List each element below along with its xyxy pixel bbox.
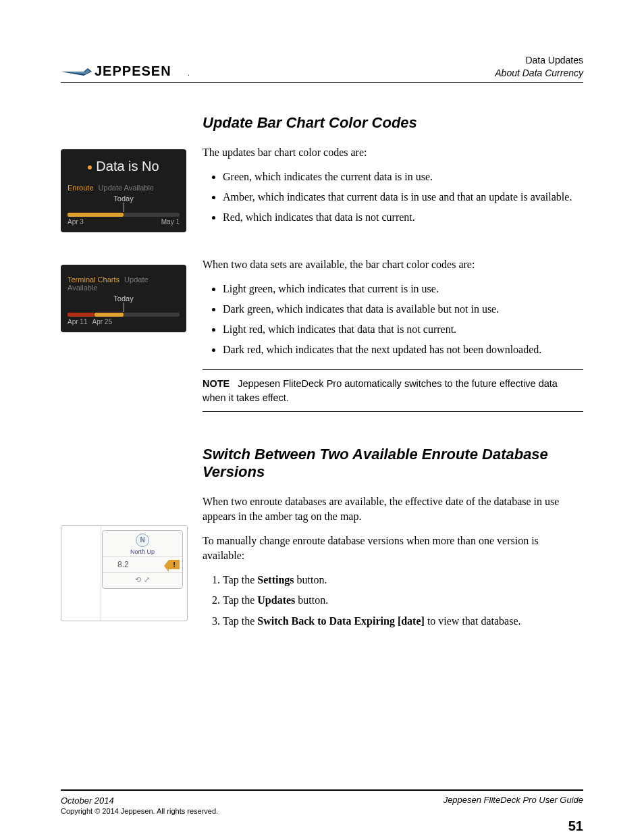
- section1-intro2: When two data sets are available, the ba…: [203, 257, 583, 272]
- section1-intro: The updates bar chart color codes are:: [203, 145, 583, 160]
- widget1-title: Data is No: [96, 159, 159, 174]
- widget2-date-left: Apr 11: [68, 318, 87, 325]
- brand-text: JEPPESEN: [95, 63, 171, 78]
- list-item: Dark green, which indicates that data is…: [223, 302, 583, 317]
- section2-title: Switch Between Two Available Enroute Dat…: [203, 446, 583, 481]
- note-label: NOTE: [203, 378, 230, 389]
- widget2-date-mid: Apr 25: [92, 318, 112, 325]
- list-item: Amber, which indicates that current data…: [223, 190, 583, 205]
- terminal-update-widget: Terminal Charts Update Available Today A…: [61, 265, 186, 332]
- step-item: Tap the Updates button.: [223, 593, 583, 608]
- map-widget: N North Up 8.2 ! ⟲ ⤢: [61, 525, 188, 621]
- header-section: Data Updates: [495, 54, 583, 67]
- amber-tag-icon: !: [169, 560, 180, 569]
- map-zoom-icons: ⟲ ⤢: [103, 573, 182, 588]
- section1-title: Update Bar Chart Color Codes: [203, 114, 583, 132]
- page-header: JEPPESEN . Data Updates About Data Curre…: [61, 54, 583, 83]
- note-block: NOTEJeppesen FliteDeck Pro automatically…: [203, 369, 583, 412]
- north-up-label: North Up: [103, 548, 182, 555]
- list-item: Light green, which indicates that curren…: [223, 282, 583, 296]
- enroute-update-widget: Data is No Enroute Update Available Toda…: [61, 149, 186, 232]
- widget1-category: Enroute: [68, 184, 94, 192]
- list-item: Red, which indicates that data is not cu…: [223, 210, 583, 225]
- svg-text:.: .: [188, 70, 190, 77]
- widget2-today-label: Today: [61, 293, 186, 303]
- page-number: 51: [568, 818, 583, 834]
- widget1-date-right: May 1: [161, 218, 180, 226]
- header-subsection: About Data Currency: [495, 67, 583, 80]
- footer-guide: Jeppesen FliteDeck Pro User Guide: [444, 795, 583, 805]
- footer-copyright: Copyright © 2014 Jeppesen. All rights re…: [61, 806, 218, 816]
- widget1-date-left: Apr 3: [68, 218, 84, 226]
- map-range: 8.2: [105, 560, 129, 569]
- list-item: Dark red, which indicates that the next …: [223, 342, 583, 357]
- brand-logo: JEPPESEN .: [61, 61, 196, 80]
- section2-para1: When two enroute databases are available…: [203, 494, 583, 524]
- widget1-today-label: Today: [61, 193, 186, 203]
- compass-icon: N: [136, 533, 149, 547]
- section2-para2: To manually change enroute database vers…: [203, 533, 583, 563]
- list-item: Green, which indicates the current data …: [223, 170, 583, 184]
- page-footer: October 2014 Copyright © 2014 Jeppesen. …: [61, 789, 583, 816]
- step-item: Tap the Switch Back to Data Expiring [da…: [223, 614, 583, 629]
- list-item: Light red, which indicates that data tha…: [223, 322, 583, 337]
- widget2-category: Terminal Charts: [68, 276, 119, 284]
- footer-date: October 2014: [61, 795, 218, 807]
- widget1-status: Update Available: [99, 184, 154, 192]
- note-text: Jeppesen FliteDeck Pro automatically swi…: [203, 378, 558, 402]
- step-item: Tap the Settings button.: [223, 573, 583, 588]
